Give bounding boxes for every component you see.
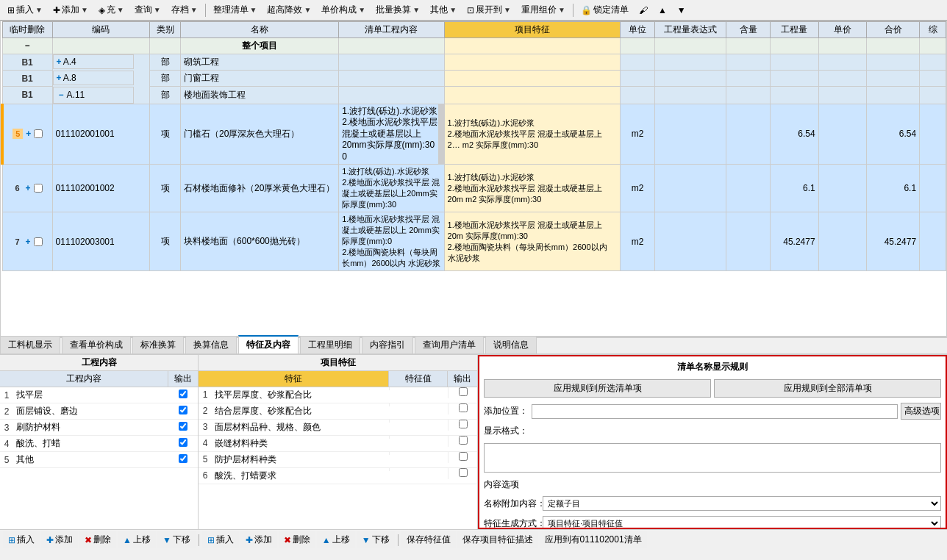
toolbar-paint[interactable]: 🖌 <box>635 3 652 18</box>
expand-btn[interactable]: + <box>57 57 62 67</box>
add-pos-input[interactable] <box>532 404 898 419</box>
tab-contentGuide[interactable]: 内容指引 <box>362 336 413 353</box>
toolbar-expand[interactable]: ⊡展开到▼ <box>462 1 515 18</box>
lock-icon: 🔒 <box>581 5 592 15</box>
list-item[interactable]: 4 酸洗、打蜡 <box>0 436 198 452</box>
toolbar-insert[interactable]: ⊞插入▼ <box>3 1 47 18</box>
left-down-btn[interactable]: ▼ 下移 <box>157 531 196 548</box>
list-item[interactable]: 2 结合层厚度、砂浆配合比 <box>199 403 477 420</box>
list-item[interactable]: 2 面层铺设、磨边 <box>0 403 198 420</box>
left-insert-btn[interactable]: ⊞ 插入 <box>3 531 40 548</box>
right-up-btn[interactable]: ▲ 上移 <box>317 531 355 548</box>
tab-description[interactable]: 说明信息 <box>485 336 537 353</box>
delete-checkbox[interactable] <box>34 129 43 138</box>
display-format-area[interactable] <box>484 443 941 473</box>
feature-checkbox-3[interactable] <box>459 420 468 428</box>
feature-checkbox-6[interactable] <box>459 468 468 477</box>
output-checkbox-5[interactable] <box>179 454 187 463</box>
table-row[interactable]: 5 + 011102001001 项 门槛石（20厚深灰色大理石） 1.波打线(… <box>2 104 946 165</box>
left-delete-btn[interactable]: ✖ 删除 <box>79 531 116 548</box>
bottom-tabs-bar: 工料机显示 查看单价构成 标准换算 换算信息 特征及内容 工程里明细 内容指引 … <box>0 337 947 354</box>
list-item[interactable]: 1 找平层厚度、砂浆配合比 <box>199 387 477 403</box>
toolbar-add[interactable]: ✚添加▼ <box>49 1 93 18</box>
toolbar-higheff[interactable]: 超高降效▼ <box>262 1 315 18</box>
table-row[interactable]: 7 + 011102003001 项 块料楼地面（600*600抛光砖） 1.楼… <box>2 212 946 271</box>
list-item[interactable]: 5 其他 <box>0 452 198 468</box>
tab-workDetail[interactable]: 工程里明细 <box>300 336 360 353</box>
toolbar-arrow-down[interactable]: ▼ <box>673 3 690 18</box>
toolbar-batch-calc[interactable]: 批量换算▼ <box>371 1 424 18</box>
list-item[interactable]: 3 面层材料品种、规格、颜色 <box>199 420 477 436</box>
tab-convertInfo[interactable]: 换算信息 <box>185 336 237 353</box>
header-expr: 工程量表达式 <box>655 22 726 38</box>
feature-col-hdr: 特征 <box>199 371 389 387</box>
expand-btn[interactable]: + <box>57 73 62 83</box>
feature-gen-select[interactable]: 项目特征·项目特征值 <box>543 516 941 529</box>
table-row[interactable]: － 整个项目 <box>2 38 946 54</box>
toolbar-fill[interactable]: ◈充▼ <box>94 1 129 18</box>
expand-btn[interactable]: + <box>26 237 31 247</box>
table-row[interactable]: 6 + 011102001002 项 石材楼地面修补（20厚米黄色大理石） 1.… <box>2 165 946 212</box>
list-item[interactable]: 4 嵌缝材料种类 <box>199 436 477 452</box>
toolbar-lock[interactable]: 🔒锁定清单 <box>576 1 633 18</box>
left-up-btn[interactable]: ▲ 上移 <box>118 531 156 548</box>
advanced-btn[interactable]: 高级选项 <box>901 403 941 420</box>
feature-checkbox-2[interactable] <box>459 403 468 412</box>
minus-btn[interactable]: － <box>23 40 32 51</box>
toolbar-arrow-up[interactable]: ▲ <box>654 3 671 18</box>
list-item[interactable]: 3 刷防护材料 <box>0 420 198 436</box>
right-insert-btn[interactable]: ⊞ 插入 <box>202 531 239 548</box>
name-content-select[interactable]: 定额子目 <box>543 496 941 511</box>
toolbar-clean[interactable]: 整理清单▼ <box>209 1 262 18</box>
toolbar-query[interactable]: 查询▼ <box>130 1 165 18</box>
list-item[interactable]: 5 防护层材料种类 <box>199 452 477 468</box>
tab-viewUnitPrice[interactable]: 查看单价构成 <box>62 336 131 353</box>
feature-checkbox-1[interactable] <box>459 387 468 396</box>
delete-checkbox[interactable] <box>34 237 43 246</box>
toolbar-unit-price[interactable]: 单价构成▼ <box>317 1 370 18</box>
right-delete-btn[interactable]: ✖ 删除 <box>279 531 315 548</box>
apply-all-btn[interactable]: 应用规则到全部清单项 <box>714 379 941 398</box>
table-row[interactable]: B1 － A.11 部 楼地面装饰工程 <box>2 87 946 104</box>
toolbar-save[interactable]: 存档▼ <box>167 1 202 18</box>
left-add-btn[interactable]: ✚ 添加 <box>41 531 78 548</box>
header-del: 临时删除 <box>2 22 52 38</box>
tab-gongliaojiDisplay[interactable]: 工料机显示 <box>0 336 60 353</box>
tab-queryUser[interactable]: 查询用户清单 <box>415 336 484 353</box>
expand-btn[interactable]: + <box>26 183 31 193</box>
feature-checkbox-4[interactable] <box>459 436 468 445</box>
add-pos-label: 添加位置： <box>484 405 532 417</box>
toolbar-other[interactable]: 其他▼ <box>426 1 461 18</box>
table-row[interactable]: B1 + A.8 部 门窗工程 <box>2 71 946 87</box>
tab-featureContent[interactable]: 特征及内容 <box>238 335 299 353</box>
content-panel-title: 工程内容 <box>0 355 198 371</box>
collapse-btn[interactable]: － <box>57 89 65 101</box>
list-item[interactable]: 1 找平层 <box>0 387 198 403</box>
save-feature-btn[interactable]: 保存特征值 <box>401 531 456 548</box>
table-row[interactable]: B1 + A.4 部 砌筑工程 <box>2 54 946 71</box>
list-item[interactable]: 6 酸洗、打蜡要求 <box>199 468 477 484</box>
right-add-btn[interactable]: ✚ 添加 <box>240 531 277 548</box>
content-section-title: 内容选项 <box>484 478 941 491</box>
expand-btn[interactable]: + <box>26 129 31 139</box>
tab-stdConvert[interactable]: 标准换算 <box>132 336 184 353</box>
bottom-toolbar-sep-2 <box>398 534 399 546</box>
insert-arrow: ▼ <box>35 6 43 14</box>
main-table-container[interactable]: 临时删除 编码 类别 名称 清单工程内容 项目特征 单位 工程量表达式 含量 工… <box>1 21 946 337</box>
header-unit: 单位 <box>620 22 655 38</box>
output-checkbox-3[interactable] <box>179 422 187 431</box>
output-checkbox-1[interactable] <box>179 390 187 398</box>
apply-011-btn[interactable]: 应用到有011102001清单 <box>540 531 647 548</box>
right-down-btn[interactable]: ▼ 下移 <box>357 531 395 548</box>
apply-selected-btn[interactable]: 应用规则到所选清单项 <box>484 379 711 398</box>
delete-checkbox[interactable] <box>34 184 43 193</box>
output-checkbox-4[interactable] <box>179 438 187 447</box>
save-desc-btn[interactable]: 保存项目特征描述 <box>457 531 538 548</box>
content-panel: 工程内容 工程内容 输出 1 找平层 2 面层铺设、磨边 3 刷防护材料 4 酸… <box>0 355 199 529</box>
output-checkbox-2[interactable] <box>179 406 187 414</box>
header-workqty: 工程量 <box>770 22 818 38</box>
toolbar-reuse[interactable]: 重用组价▼ <box>517 1 570 18</box>
header-feature: 项目特征 <box>444 22 620 38</box>
scroll-handle[interactable] <box>438 104 444 165</box>
feature-checkbox-5[interactable] <box>459 452 468 461</box>
